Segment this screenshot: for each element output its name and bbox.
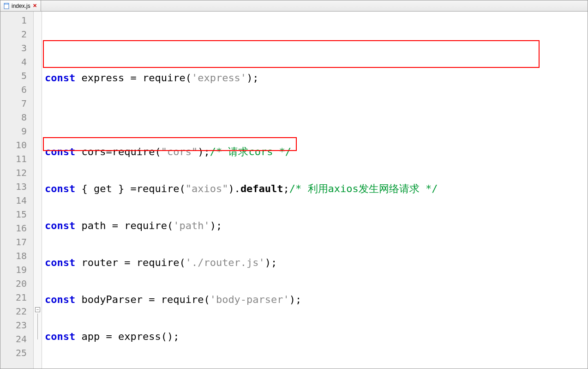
- line-number: 18: [0, 249, 33, 263]
- highlight-box-a: [43, 40, 540, 68]
- code-line: const { get } =require("axios").default;…: [42, 182, 588, 196]
- code-line: const express = require('express');: [42, 71, 588, 85]
- line-number: 2: [0, 27, 33, 41]
- code-line: const app = express();: [42, 330, 588, 344]
- close-icon[interactable]: ✕: [32, 3, 38, 9]
- code-editor[interactable]: 1 2 3 4 5 6 7 8 9 10 11 12 13 14 15 16 1…: [0, 12, 588, 369]
- line-number: 16: [0, 221, 33, 235]
- line-number: 21: [0, 290, 33, 304]
- line-number: 10: [0, 138, 33, 152]
- line-number: 13: [0, 180, 33, 194]
- line-number: 4: [0, 55, 33, 69]
- line-number: 6: [0, 83, 33, 97]
- code-line: const cors=require("cors");/* 请求cors */: [42, 145, 588, 159]
- line-number: 15: [0, 207, 33, 221]
- line-number: 25: [0, 346, 33, 360]
- line-number: 19: [0, 263, 33, 277]
- code-line: const bodyParser = require('body-parser'…: [42, 293, 588, 307]
- line-number: 23: [0, 318, 33, 332]
- code-line: [42, 108, 588, 122]
- line-number: 9: [0, 124, 33, 138]
- tab-filename: index.js: [12, 3, 30, 9]
- line-number: 17: [0, 235, 33, 249]
- line-number: 8: [0, 110, 33, 124]
- code-line: [42, 367, 588, 369]
- line-number-gutter: 1 2 3 4 5 6 7 8 9 10 11 12 13 14 15 16 1…: [0, 12, 34, 369]
- line-number: 22: [0, 304, 33, 318]
- line-number: 3: [0, 41, 33, 55]
- line-number: 11: [0, 152, 33, 166]
- line-number: 24: [0, 332, 33, 346]
- code-line: const router = require('./router.js');: [42, 256, 588, 270]
- fold-toggle-icon[interactable]: −: [35, 307, 40, 312]
- line-number: 20: [0, 277, 33, 290]
- line-number: 5: [0, 69, 33, 83]
- line-number: 7: [0, 97, 33, 110]
- tab-bar: index.js ✕: [0, 0, 588, 12]
- code-line: const path = require('path');: [42, 219, 588, 233]
- file-tab[interactable]: index.js ✕: [0, 0, 41, 11]
- code-area[interactable]: const express = require('express'); cons…: [42, 12, 588, 369]
- line-number: 14: [0, 194, 33, 207]
- fold-line: [37, 314, 38, 339]
- svg-rect-2: [5, 4, 8, 4]
- line-number: 12: [0, 166, 33, 180]
- line-number: 1: [0, 13, 33, 27]
- fold-gutter: −: [34, 12, 42, 369]
- file-icon: [3, 3, 10, 9]
